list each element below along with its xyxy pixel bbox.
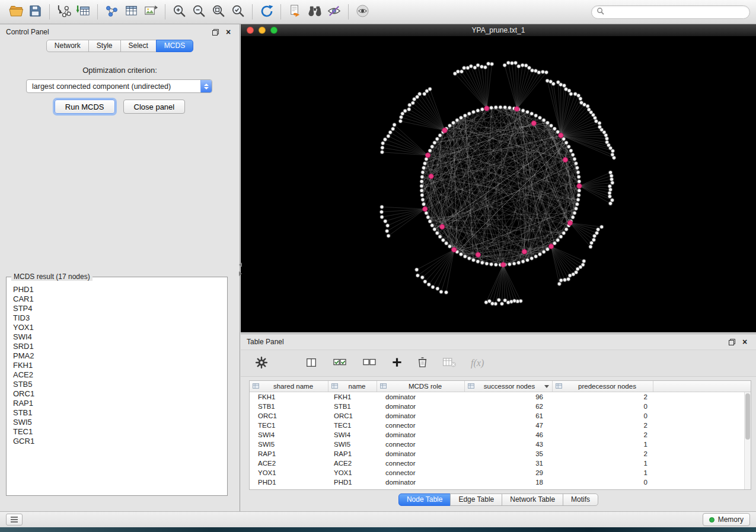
- table-row[interactable]: YOX1YOX1connector291: [250, 468, 744, 477]
- open-file-button[interactable]: [6, 2, 25, 21]
- zoom-selected-button[interactable]: [228, 2, 248, 21]
- mcds-result-item[interactable]: ORC1: [13, 389, 227, 399]
- share-document-button[interactable]: [285, 2, 305, 21]
- table-cell: 96: [465, 393, 553, 400]
- search-input[interactable]: [608, 8, 745, 16]
- apply-layout-button[interactable]: [257, 2, 276, 21]
- tab-network-table[interactable]: Network Table: [502, 493, 563, 506]
- mcds-result-item[interactable]: RAP1: [13, 399, 227, 408]
- window-zoom-button[interactable]: [270, 27, 277, 34]
- table-row[interactable]: STB1STB1dominator620: [250, 402, 744, 411]
- new-network-button[interactable]: [102, 2, 122, 21]
- search-icon: [596, 7, 604, 17]
- column-type-icon: [468, 383, 474, 390]
- table-row[interactable]: ORC1ORC1dominator610: [250, 411, 744, 421]
- tab-edge-table[interactable]: Edge Table: [450, 493, 502, 506]
- table-row[interactable]: SWI5SWI5connector431: [250, 440, 744, 449]
- collapse-left-icon[interactable]: [239, 262, 242, 267]
- close-panel-button[interactable]: Close panel: [123, 100, 186, 114]
- table-cell: FKH1: [250, 393, 328, 400]
- column-header-mcds-role[interactable]: MCDS role: [377, 381, 465, 392]
- zoom-in-button[interactable]: [170, 2, 189, 21]
- mcds-result-item[interactable]: PHD1: [13, 285, 227, 294]
- column-header-shared-name[interactable]: shared name: [250, 381, 328, 392]
- table-row[interactable]: RAP1RAP1dominator352: [250, 449, 744, 459]
- add-column-button[interactable]: [391, 357, 403, 370]
- import-table-button[interactable]: [74, 2, 93, 21]
- mcds-result-item[interactable]: YOX1: [13, 323, 227, 332]
- float-table-panel-button[interactable]: [726, 337, 737, 347]
- clear-table-button[interactable]: [442, 357, 457, 370]
- window-minimize-button[interactable]: [259, 27, 266, 34]
- hide-panel-button[interactable]: [353, 2, 372, 21]
- tab-network[interactable]: Network: [46, 40, 89, 52]
- collapse-right-icon[interactable]: [239, 271, 242, 276]
- mcds-result-item[interactable]: FKH1: [13, 361, 227, 370]
- mcds-result-item[interactable]: STP4: [13, 304, 227, 313]
- network-canvas[interactable]: [241, 37, 756, 332]
- float-panel-button[interactable]: [210, 27, 221, 37]
- mcds-result-item[interactable]: TID3: [13, 313, 227, 323]
- mcds-result-item[interactable]: SRD1: [13, 342, 227, 351]
- table-scrollbar-thumb[interactable]: [745, 393, 750, 440]
- task-history-button[interactable]: [6, 514, 23, 525]
- table-scrollbar[interactable]: [744, 392, 751, 489]
- mcds-result-item[interactable]: CAR1: [13, 294, 227, 304]
- window-close-button[interactable]: [247, 27, 254, 34]
- mcds-result-item[interactable]: TEC1: [13, 427, 227, 437]
- tab-node-table[interactable]: Node Table: [398, 493, 451, 506]
- close-table-panel-button[interactable]: ×: [739, 337, 750, 347]
- table-cell: connector: [377, 469, 465, 476]
- mcds-result-item[interactable]: STB1: [13, 408, 227, 418]
- run-mcds-button[interactable]: Run MCDS: [55, 100, 115, 114]
- table-row[interactable]: TEC1TEC1connector472: [250, 421, 744, 430]
- column-header-successor-nodes[interactable]: successor nodes: [465, 381, 553, 392]
- table-row[interactable]: PHD1PHD1dominator180: [250, 477, 744, 487]
- import-network-button[interactable]: [54, 2, 74, 21]
- mcds-result-item[interactable]: ACE2: [13, 370, 227, 380]
- criterion-select[interactable]: largest connected component (undirected): [26, 79, 212, 93]
- table-row[interactable]: ACE2ACE2connector311: [250, 459, 744, 468]
- tab-style[interactable]: Style: [88, 40, 121, 52]
- table-cell: 29: [465, 469, 553, 476]
- network-graph[interactable]: [241, 37, 756, 332]
- export-image-button[interactable]: [141, 2, 161, 21]
- table-row[interactable]: FKH1FKH1dominator962: [250, 392, 744, 402]
- column-header-predecessor-nodes[interactable]: predecessor nodes: [553, 381, 653, 392]
- mcds-result-item[interactable]: STB5: [13, 380, 227, 389]
- tab-motifs[interactable]: Motifs: [563, 493, 598, 506]
- column-header-name[interactable]: name: [328, 381, 377, 392]
- panel-splitter-handle[interactable]: [237, 262, 244, 276]
- mcds-result-item[interactable]: PMA2: [13, 351, 227, 361]
- table-settings-button[interactable]: [255, 356, 268, 371]
- deselect-all-button[interactable]: [362, 357, 377, 370]
- control-panel: Control Panel × Network Style Select MCD…: [0, 24, 240, 511]
- folder-icon: [8, 4, 24, 20]
- mcds-result-item[interactable]: SWI5: [13, 418, 227, 427]
- sort-chevron-icon[interactable]: [544, 385, 549, 388]
- mcds-result-item[interactable]: GCR1: [13, 437, 227, 446]
- save-button[interactable]: [25, 2, 45, 21]
- table-cell: 2: [553, 431, 653, 438]
- show-columns-button[interactable]: [305, 357, 318, 370]
- table-row[interactable]: SWI4SWI4dominator462: [250, 430, 744, 440]
- toggle-graphics-details-button[interactable]: [324, 2, 344, 21]
- tab-mcds[interactable]: MCDS: [156, 40, 193, 52]
- zoom-out-button[interactable]: [189, 2, 209, 21]
- table-cell: 43: [465, 441, 553, 448]
- mcds-result-item[interactable]: SWI4: [13, 332, 227, 342]
- tab-select[interactable]: Select: [120, 40, 157, 52]
- close-panel-icon-button[interactable]: ×: [223, 27, 234, 37]
- table-cell: SWI4: [328, 431, 377, 438]
- zoom-out-icon: [192, 4, 206, 20]
- find-button[interactable]: [305, 2, 324, 21]
- select-all-button[interactable]: [332, 357, 347, 370]
- network-window-titlebar[interactable]: YPA_prune.txt_1: [241, 24, 756, 37]
- function-builder-button[interactable]: f(x): [471, 358, 484, 368]
- new-table-button[interactable]: [122, 2, 141, 21]
- delete-column-button[interactable]: [417, 356, 428, 370]
- zoom-fit-button[interactable]: [209, 2, 228, 21]
- search-box[interactable]: [591, 5, 750, 19]
- network-icon: [104, 4, 119, 20]
- memory-button[interactable]: Memory: [703, 513, 750, 526]
